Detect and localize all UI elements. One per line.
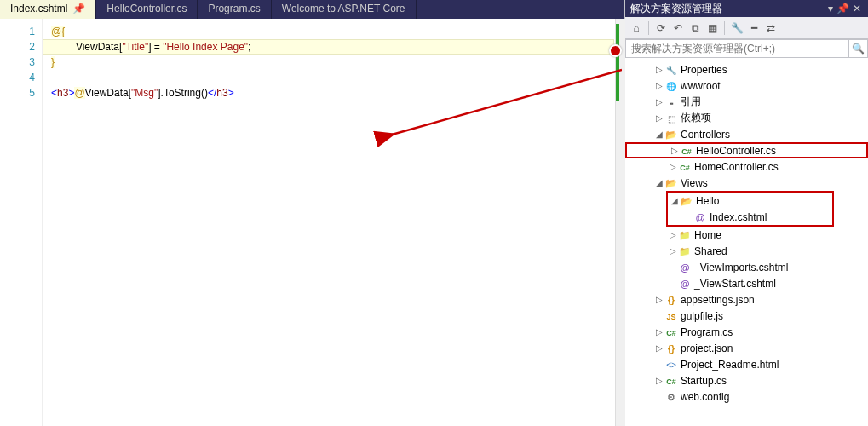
tab-hellocontroller[interactable]: HelloController.cs (96, 0, 198, 19)
node-appsettings[interactable]: ▷appsettings.json (625, 291, 868, 308)
node-viewstart[interactable]: _ViewStart.cshtml (625, 275, 868, 291)
search-icon[interactable]: 🔍 (848, 40, 867, 57)
node-hellocontroller[interactable]: ▷HelloController.cs (625, 142, 868, 158)
editor-pane: Index.cshtml📌 HelloController.cs Program… (0, 0, 625, 426)
node-startup[interactable]: ▷Startup.cs (625, 372, 868, 389)
solution-toolbar: ⌂ ⟳ ↶ ⧉ ▦ 🔧 ━ ⇄ (625, 17, 868, 39)
node-readme[interactable]: Project_Readme.html (625, 356, 868, 372)
node-viewimports[interactable]: _ViewImports.cshtml (625, 259, 868, 275)
tab-bar: Index.cshtml📌 HelloController.cs Program… (0, 0, 624, 19)
home-icon[interactable]: ⌂ (629, 20, 644, 36)
preview-icon[interactable]: ━ (746, 20, 762, 36)
tab-welcome[interactable]: Welcome to ASP.NET Core (272, 0, 417, 19)
node-references[interactable]: ▷引用 (625, 94, 868, 110)
node-wwwroot[interactable]: ▷wwwroot (625, 78, 868, 94)
node-home-folder[interactable]: ▷Home (625, 227, 868, 243)
code-area[interactable]: 1 2 3 4 5 @{ ViewData["Title"] = "Hello … (0, 19, 624, 426)
node-properties[interactable]: ▷Properties (625, 61, 868, 78)
dropdown-icon[interactable]: ▾ (828, 3, 833, 14)
node-projectjson[interactable]: ▷project.json (625, 340, 868, 356)
solution-explorer-title: 解决方案资源管理器 ▾ 📌 ✕ (625, 0, 868, 17)
pin-icon[interactable]: 📌 (72, 3, 85, 14)
nav-back-icon[interactable]: ↶ (670, 20, 686, 36)
node-programcs[interactable]: ▷Program.cs (625, 324, 868, 340)
node-dependencies[interactable]: ▷依赖项 (625, 110, 868, 126)
code-body[interactable]: @{ ViewData["Title"] = "Hello Index Page… (43, 19, 624, 426)
solution-tree: ▷Properties ▷wwwroot ▷引用 ▷依赖项 ◢Controlle… (625, 58, 868, 426)
collapse-icon[interactable]: ⧉ (687, 20, 703, 36)
node-shared-folder[interactable]: ▷Shared (625, 243, 868, 259)
node-controllers[interactable]: ◢Controllers (625, 126, 868, 142)
node-homecontroller[interactable]: ▷HomeController.cs (625, 158, 868, 175)
tab-index-cshtml[interactable]: Index.cshtml📌 (0, 0, 96, 19)
solution-explorer: 解决方案资源管理器 ▾ 📌 ✕ ⌂ ⟳ ↶ ⧉ ▦ 🔧 ━ ⇄ 🔍 ▷Prope… (625, 0, 868, 426)
sync-icon[interactable]: ⇄ (763, 20, 779, 36)
node-index-cshtml[interactable]: Index.cshtml (668, 209, 832, 225)
node-hello-folder[interactable]: ◢Hello (668, 193, 832, 209)
search-input[interactable] (626, 40, 848, 57)
solution-search: 🔍 (625, 39, 868, 58)
close-icon[interactable]: ✕ (853, 3, 861, 14)
tab-program[interactable]: Program.cs (198, 0, 271, 19)
refresh-icon[interactable]: ⟳ (653, 20, 669, 36)
show-all-icon[interactable]: ▦ (704, 20, 720, 36)
node-views[interactable]: ◢Views (625, 175, 868, 191)
node-gulpfile[interactable]: gulpfile.js (625, 308, 868, 324)
line-gutter: 1 2 3 4 5 (0, 19, 43, 426)
pin-icon[interactable]: 📌 (836, 3, 849, 14)
node-webconfig[interactable]: web.config (625, 389, 868, 405)
properties-icon[interactable]: 🔧 (729, 20, 744, 36)
